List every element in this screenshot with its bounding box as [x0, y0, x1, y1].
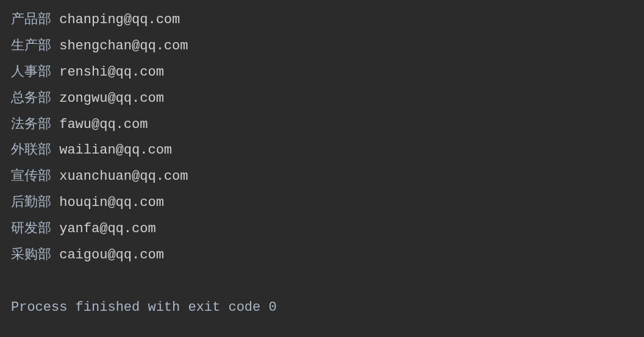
email-address: caigou@qq.com — [59, 247, 164, 263]
email-address: xuanchuan@qq.com — [59, 169, 188, 184]
output-line: 人事部 renshi@qq.com — [11, 60, 633, 86]
email-address: renshi@qq.com — [59, 65, 164, 80]
department-name: 采购部 — [11, 247, 51, 263]
output-line: 生产部 shengchan@qq.com — [11, 34, 633, 60]
department-name: 人事部 — [11, 65, 51, 80]
department-name: 生产部 — [11, 38, 51, 54]
output-line: 采购部 caigou@qq.com — [11, 243, 633, 269]
exit-status: Process finished with exit code 0 — [11, 295, 633, 321]
email-address: wailian@qq.com — [59, 143, 172, 158]
department-name: 产品部 — [11, 12, 51, 27]
output-line: 产品部 chanping@qq.com — [11, 7, 633, 34]
output-line: 总务部 zongwu@qq.com — [11, 86, 633, 112]
email-address: zongwu@qq.com — [59, 91, 164, 106]
console-output[interactable]: 产品部 chanping@qq.com 生产部 shengchan@qq.com… — [11, 7, 633, 321]
department-name: 宣传部 — [11, 169, 51, 184]
email-address: chanping@qq.com — [59, 12, 180, 27]
department-name: 外联部 — [11, 143, 51, 158]
email-address: shengchan@qq.com — [59, 38, 188, 54]
output-line: 法务部 fawu@qq.com — [11, 112, 633, 138]
output-line: 研发部 yanfa@qq.com — [11, 216, 633, 243]
email-address: yanfa@qq.com — [59, 221, 156, 236]
output-line: 外联部 wailian@qq.com — [11, 138, 633, 164]
blank-line — [11, 269, 633, 295]
email-address: fawu@qq.com — [59, 117, 148, 132]
department-name: 研发部 — [11, 221, 51, 236]
output-line: 后勤部 houqin@qq.com — [11, 190, 633, 216]
email-address: houqin@qq.com — [59, 195, 164, 210]
department-name: 总务部 — [11, 91, 51, 106]
output-line: 宣传部 xuanchuan@qq.com — [11, 164, 633, 190]
department-name: 法务部 — [11, 117, 51, 132]
department-name: 后勤部 — [11, 195, 51, 210]
